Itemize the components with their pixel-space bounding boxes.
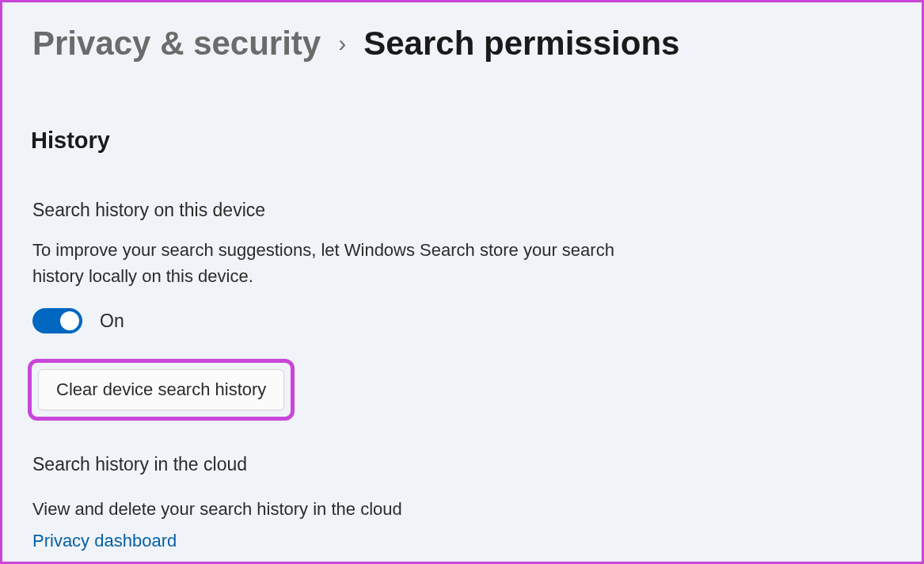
toggle-state-label: On <box>100 311 124 332</box>
device-history-label: Search history on this device <box>32 200 892 221</box>
history-section-title: History <box>31 128 892 154</box>
cloud-history-description: View and delete your search history in t… <box>32 499 892 520</box>
annotation-highlight: Clear device search history <box>28 359 295 421</box>
chevron-right-icon: › <box>338 30 346 57</box>
privacy-dashboard-link[interactable]: Privacy dashboard <box>32 531 177 551</box>
clear-device-search-history-button[interactable]: Clear device search history <box>38 369 284 410</box>
breadcrumb-parent-link[interactable]: Privacy & security <box>32 25 321 63</box>
breadcrumb-current: Search permissions <box>363 25 679 63</box>
device-history-toggle-row: On <box>32 308 892 333</box>
cloud-history-label: Search history in the cloud <box>32 454 892 475</box>
device-history-toggle[interactable] <box>32 308 82 333</box>
toggle-knob <box>60 311 79 330</box>
device-history-description: To improve your search suggestions, let … <box>32 237 618 289</box>
breadcrumb: Privacy & security › Search permissions <box>32 25 892 63</box>
